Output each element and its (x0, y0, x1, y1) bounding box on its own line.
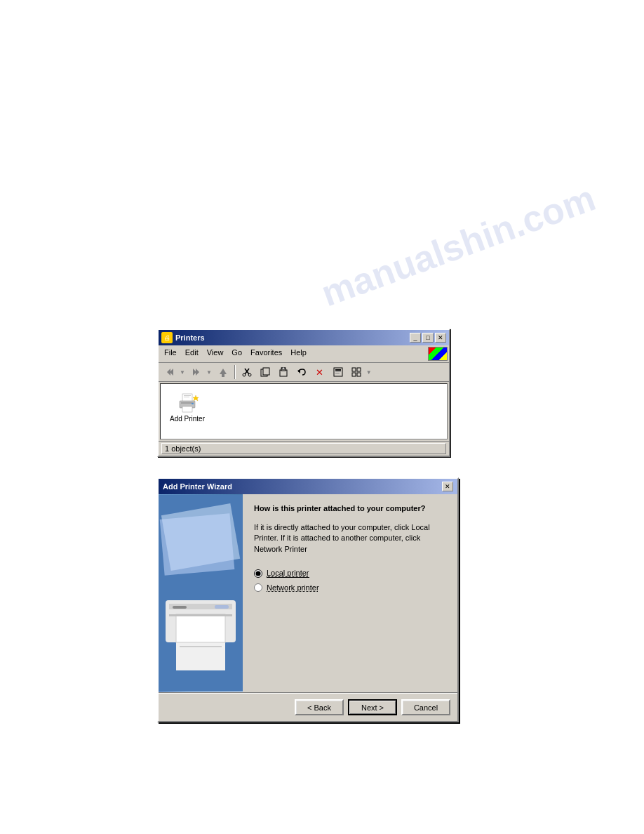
svg-rect-34 (160, 513, 235, 575)
back-button[interactable]: < Back (295, 699, 344, 715)
copy-icon (260, 367, 270, 377)
back-icon (165, 367, 175, 377)
wizard-title-bar[interactable]: Add Printer Wizard ✕ (159, 479, 457, 494)
printers-window: 🖨 Printers _ □ ✕ File Edit View Go Favor… (157, 329, 450, 457)
svg-marker-31 (193, 395, 199, 401)
title-bar-left: 🖨 Printers (161, 332, 205, 343)
toolbar: ▼ ▼ (159, 363, 449, 382)
printers-title-bar[interactable]: 🖨 Printers _ □ ✕ (159, 330, 449, 345)
forward-icon (192, 367, 201, 377)
forward-dropdown[interactable]: ▼ (206, 369, 212, 376)
svg-point-8 (243, 373, 246, 376)
up-button[interactable] (215, 364, 232, 380)
printers-title-icon: 🖨 (161, 332, 173, 343)
wizard-description: If it is directly attached to your compu… (254, 522, 446, 555)
title-buttons: _ □ ✕ (410, 333, 446, 343)
network-printer-radio[interactable] (254, 583, 262, 592)
menu-go[interactable]: Go (227, 347, 246, 361)
svg-point-9 (248, 373, 251, 376)
wizard-options: Local printer Network printer (254, 569, 446, 592)
add-printer-label: Add Printer (170, 415, 205, 423)
wizard-body: How is this printer attached to your com… (159, 494, 457, 721)
add-printer-icon[interactable]: Add Printer (166, 390, 208, 425)
wizard-window: Add Printer Wizard ✕ (157, 477, 459, 722)
paste-icon (279, 367, 288, 377)
cut-button[interactable] (239, 364, 255, 380)
menu-bar: File Edit View Go Favorites Help (159, 345, 449, 363)
minimize-button[interactable]: _ (410, 333, 421, 343)
watermark: manualshin.com (316, 177, 601, 315)
wizard-title-buttons: ✕ (442, 482, 453, 491)
svg-rect-11 (263, 368, 269, 375)
views-icon (351, 367, 361, 377)
menu-file[interactable]: File (160, 347, 181, 361)
wizard-close-button[interactable]: ✕ (442, 482, 453, 491)
svg-rect-23 (357, 373, 361, 376)
local-printer-label: Local printer (267, 569, 309, 578)
back-button[interactable] (161, 364, 178, 380)
menu-view[interactable]: View (203, 347, 228, 361)
menu-favorites[interactable]: Favorites (246, 347, 286, 361)
status-bar: 1 object(s) (159, 441, 449, 456)
cut-icon (242, 367, 252, 377)
maximize-button[interactable]: □ (422, 333, 434, 343)
svg-rect-22 (352, 373, 356, 376)
menu-help[interactable]: Help (286, 347, 311, 361)
wizard-title-text: Add Printer Wizard (163, 482, 232, 491)
wizard-buttons: < Back Next > Cancel (159, 694, 457, 721)
svg-rect-18 (335, 371, 341, 372)
up-icon (218, 367, 228, 377)
wizard-printer-svg (159, 494, 243, 692)
copy-button[interactable] (257, 364, 274, 380)
local-printer-radio[interactable] (254, 569, 262, 578)
views-button[interactable] (348, 364, 365, 380)
svg-rect-29 (192, 403, 194, 404)
network-printer-option[interactable]: Network printer (254, 583, 446, 592)
cancel-button[interactable]: Cancel (401, 699, 450, 715)
windows-logo (428, 347, 448, 361)
local-printer-option[interactable]: Local printer (254, 569, 446, 578)
status-text: 1 object(s) (161, 443, 446, 454)
svg-rect-38 (215, 605, 229, 609)
svg-rect-14 (282, 367, 285, 369)
svg-rect-42 (169, 614, 232, 616)
network-printer-label: Network printer (267, 583, 319, 592)
properties-icon (333, 367, 343, 377)
printer-icon-svg (176, 392, 199, 415)
forward-button[interactable] (188, 364, 205, 380)
svg-marker-4 (220, 369, 227, 374)
printers-title-text: Printers (175, 333, 205, 342)
svg-rect-30 (182, 406, 192, 412)
undo-button[interactable] (293, 364, 310, 380)
wizard-question: How is this printer attached to your com… (254, 504, 446, 512)
svg-marker-15 (297, 369, 300, 373)
svg-rect-17 (335, 369, 341, 371)
properties-button[interactable] (330, 364, 347, 380)
menu-edit[interactable]: Edit (181, 347, 203, 361)
close-button[interactable]: ✕ (435, 333, 446, 343)
undo-icon (297, 367, 307, 377)
svg-rect-19 (335, 373, 340, 373)
wizard-right-panel: How is this printer attached to your com… (243, 494, 457, 692)
svg-rect-21 (357, 368, 361, 371)
wizard-image-panel (159, 494, 243, 692)
svg-rect-20 (352, 368, 356, 371)
back-dropdown[interactable]: ▼ (180, 369, 185, 376)
svg-rect-5 (222, 374, 224, 377)
svg-rect-40 (180, 646, 222, 647)
paste-button[interactable] (275, 364, 292, 380)
svg-rect-25 (184, 395, 191, 396)
wizard-content: How is this printer attached to your com… (159, 494, 457, 692)
delete-button[interactable]: ✕ (311, 364, 328, 380)
printers-content: Add Printer (160, 383, 448, 439)
toolbar-separator-1 (234, 365, 236, 379)
next-button[interactable]: Next > (348, 699, 397, 715)
svg-rect-41 (176, 614, 225, 642)
svg-rect-26 (184, 397, 189, 397)
views-dropdown[interactable]: ▼ (366, 369, 372, 376)
svg-rect-37 (173, 606, 187, 609)
